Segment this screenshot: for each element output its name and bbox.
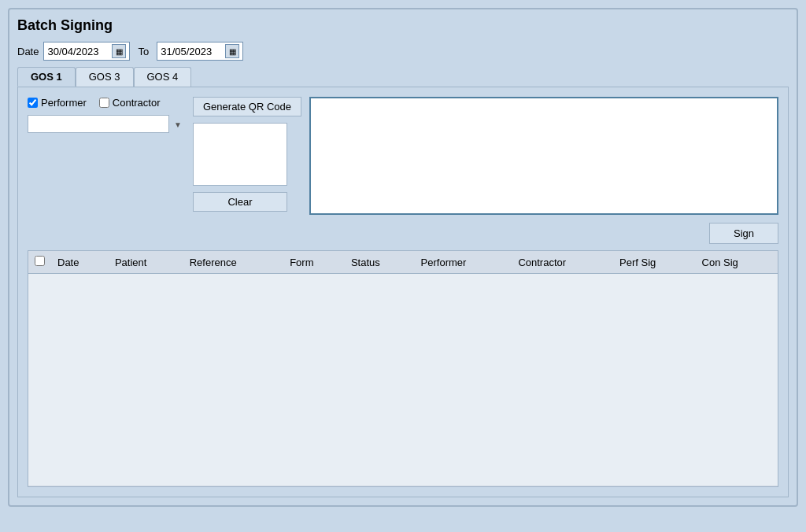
batch-signing-window: Batch Signing Date ▦ To ▦ GOS 1 GOS 3 GO… — [8, 8, 798, 507]
col-header-perf-sig: Perf Sig — [613, 251, 695, 274]
col-header-performer: Performer — [415, 251, 512, 274]
col-header-status: Status — [345, 251, 415, 274]
tab-gos4[interactable]: GOS 4 — [134, 67, 192, 87]
select-all-checkbox[interactable] — [35, 256, 45, 266]
table-empty-row — [28, 274, 778, 486]
qr-code-box — [193, 123, 287, 186]
to-date-calendar-icon[interactable]: ▦ — [225, 44, 239, 58]
tab-gos1[interactable]: GOS 1 — [17, 67, 76, 87]
from-date-calendar-icon[interactable]: ▦ — [112, 44, 126, 58]
signature-area[interactable] — [309, 97, 778, 215]
col-header-contractor: Contractor — [512, 251, 613, 274]
date-label: Date — [17, 46, 39, 57]
checkbox-row: Performer Contractor — [28, 97, 185, 109]
from-date-wrapper: ▦ — [43, 42, 130, 61]
dropdown-arrow-icon: ▼ — [174, 120, 182, 128]
middle-controls: Generate QR Code Clear — [193, 97, 301, 215]
generate-qr-button[interactable]: Generate QR Code — [193, 97, 301, 116]
records-table: Date Patient Reference Form Status Perfo… — [28, 251, 778, 486]
table-empty-cell — [28, 274, 778, 486]
tab-gos3[interactable]: GOS 3 — [76, 67, 134, 87]
to-label: To — [138, 46, 149, 57]
to-date-input[interactable] — [161, 46, 224, 57]
col-header-form: Form — [283, 251, 345, 274]
upper-section: Performer Contractor ▼ Generate QR Code — [28, 97, 778, 215]
date-row: Date ▦ To ▦ — [17, 42, 789, 61]
contractor-checkbox-label[interactable]: Contractor — [99, 97, 161, 109]
col-header-con-sig: Con Sig — [696, 251, 778, 274]
contractor-label: Contractor — [113, 97, 161, 109]
clear-button[interactable]: Clear — [193, 192, 287, 212]
table-header-row: Date Patient Reference Form Status Perfo… — [28, 251, 778, 274]
performer-dropdown[interactable] — [28, 115, 169, 133]
table-header: Date Patient Reference Form Status Perfo… — [28, 251, 778, 274]
sign-row: Sign — [28, 223, 778, 244]
sign-button[interactable]: Sign — [709, 223, 778, 244]
col-header-date: Date — [51, 251, 109, 274]
left-controls: Performer Contractor ▼ — [28, 97, 185, 215]
to-date-wrapper: ▦ — [157, 42, 243, 61]
col-header-reference: Reference — [183, 251, 283, 274]
col-header-check[interactable] — [28, 251, 51, 274]
performer-checkbox[interactable] — [28, 98, 38, 108]
col-header-patient: Patient — [109, 251, 183, 274]
page-title: Batch Signing — [17, 17, 789, 34]
from-date-input[interactable] — [47, 46, 110, 57]
performer-checkbox-label[interactable]: Performer — [28, 97, 87, 109]
table-body — [28, 274, 778, 486]
contractor-checkbox[interactable] — [99, 98, 109, 108]
records-table-container: Date Patient Reference Form Status Perfo… — [28, 250, 778, 487]
performer-dropdown-wrapper: ▼ — [28, 115, 185, 133]
main-panel: Performer Contractor ▼ Generate QR Code — [17, 87, 789, 497]
performer-label: Performer — [41, 97, 87, 109]
tabs-bar: GOS 1 GOS 3 GOS 4 — [17, 67, 789, 87]
